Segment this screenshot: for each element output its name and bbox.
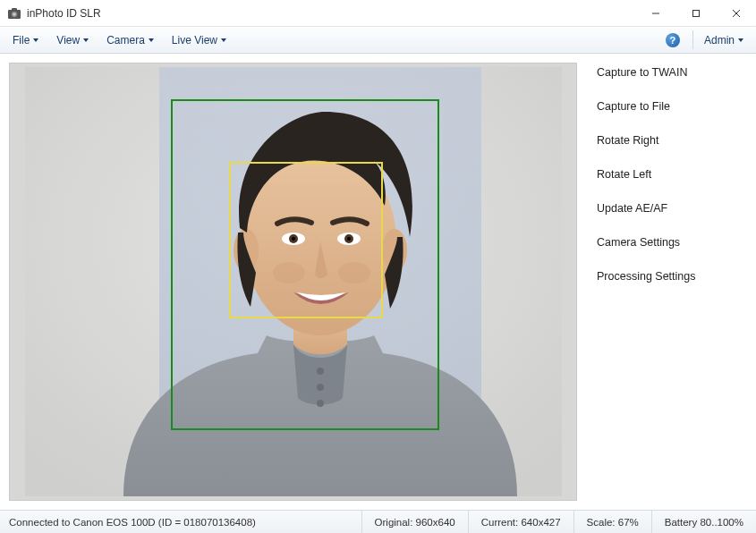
- menu-view[interactable]: View: [47, 27, 98, 53]
- status-current: Current: 640x427: [469, 511, 574, 533]
- update-aeaf-button[interactable]: Update AE/AF: [597, 202, 745, 215]
- menu-help[interactable]: ?: [658, 27, 691, 53]
- capture-file-button[interactable]: Capture to File: [597, 100, 745, 113]
- minimize-button[interactable]: [635, 0, 675, 26]
- menu-view-label: View: [56, 34, 80, 47]
- face-rectangle[interactable]: [229, 162, 383, 318]
- rotate-right-button[interactable]: Rotate Right: [597, 134, 745, 147]
- help-icon: ?: [666, 33, 680, 47]
- menu-file-label: File: [13, 34, 30, 47]
- menu-liveview[interactable]: Live View: [163, 27, 235, 53]
- status-original: Original: 960x640: [362, 511, 469, 533]
- chevron-down-icon: [221, 38, 226, 42]
- menu-admin-label: Admin: [704, 34, 735, 47]
- processing-settings-button[interactable]: Processing Settings: [597, 270, 745, 283]
- menubar: File View Camera Live View ? Admin: [0, 27, 756, 54]
- status-bar: Connected to Canon EOS 100D (ID = 018070…: [0, 510, 756, 533]
- maximize-button[interactable]: [675, 0, 716, 26]
- chevron-down-icon: [33, 38, 38, 42]
- window-controls: [635, 0, 756, 26]
- status-connection: Connected to Canon EOS 100D (ID = 018070…: [0, 511, 362, 533]
- side-panel: Capture to TWAIN Capture to File Rotate …: [586, 54, 756, 510]
- menu-admin[interactable]: Admin: [695, 27, 752, 53]
- status-scale: Scale: 67%: [574, 511, 652, 533]
- chevron-down-icon: [738, 38, 743, 42]
- live-preview[interactable]: [9, 63, 577, 501]
- svg-point-3: [13, 13, 16, 16]
- titlebar: inPhoto ID SLR: [0, 0, 756, 27]
- preview-container: [0, 54, 586, 510]
- chevron-down-icon: [149, 38, 154, 42]
- rotate-left-button[interactable]: Rotate Left: [597, 168, 745, 181]
- chevron-down-icon: [83, 38, 89, 42]
- menu-camera-label: Camera: [106, 34, 145, 47]
- menu-file[interactable]: File: [4, 27, 47, 53]
- main-area: Capture to TWAIN Capture to File Rotate …: [0, 54, 756, 510]
- svg-rect-1: [12, 8, 17, 11]
- menu-camera[interactable]: Camera: [98, 27, 163, 53]
- menu-liveview-label: Live View: [172, 34, 217, 47]
- camera-app-icon: [7, 6, 21, 21]
- close-button[interactable]: [716, 0, 756, 26]
- camera-settings-button[interactable]: Camera Settings: [597, 236, 745, 249]
- window-title: inPhoto ID SLR: [27, 7, 635, 20]
- svg-rect-5: [692, 10, 699, 16]
- menu-divider: [692, 30, 693, 49]
- capture-twain-button[interactable]: Capture to TWAIN: [597, 66, 745, 79]
- status-battery: Battery 80..100%: [652, 511, 756, 533]
